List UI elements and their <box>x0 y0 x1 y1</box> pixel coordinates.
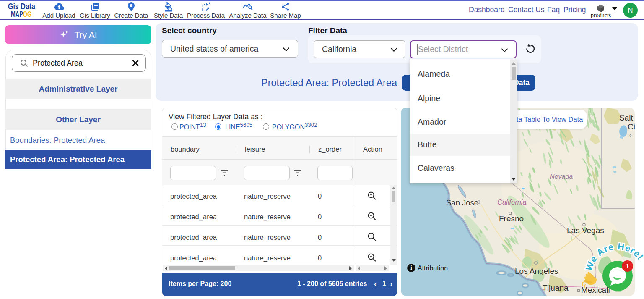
svg-text:Fresno: Fresno <box>499 214 524 223</box>
svg-text:Nevada: Nevada <box>550 173 573 180</box>
svg-text:o: o <box>629 133 632 138</box>
svg-text:San Jose: San Jose <box>446 198 478 207</box>
svg-text:Las Vegas: Las Vegas <box>567 226 604 235</box>
svg-text:California: California <box>497 198 527 206</box>
svg-text:Tijuana: Tijuana <box>543 283 569 292</box>
svg-text:Ci: Ci <box>628 122 635 131</box>
svg-text:Salt: Salt <box>619 113 633 122</box>
svg-text:Los Angeles: Los Angeles <box>515 267 558 275</box>
